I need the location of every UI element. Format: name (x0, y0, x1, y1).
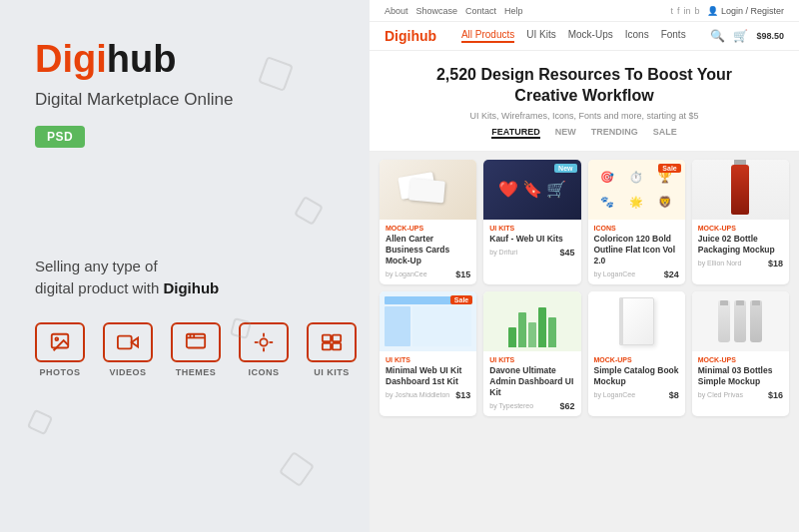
nav-mockups[interactable]: Mock-Ups (568, 29, 613, 43)
product-category: UI KITS (489, 356, 574, 363)
product-category: MOCK-UPS (698, 356, 783, 363)
product-info: UI KITS Davone Ultimate Admin Dashboard … (483, 351, 580, 416)
product-card[interactable]: 🎯⏱️🏆 🐾🌟🦁 Sale ICONS Coloricon 120 Bold O… (588, 160, 685, 284)
videos-icon-item[interactable]: VIDEOS (103, 322, 153, 377)
hero-title: 2,520 Design Resources To Boost Your Cre… (385, 65, 784, 107)
product-card[interactable]: MOCK-UPS Juice 02 Bottle Packaging Mocku… (692, 160, 789, 284)
product-footer: by LoganCee $8 (594, 390, 679, 400)
product-thumb: ❤️ 🔖 🛒 New (483, 160, 580, 220)
nav-ui-kits[interactable]: UI Kits (526, 29, 555, 43)
themes-icon-box (171, 322, 221, 362)
photos-icon-item[interactable]: PHOTOS (35, 322, 85, 377)
product-author: by Joshua Middleton (386, 391, 449, 398)
nav-icons[interactable]: Icons (625, 29, 649, 43)
themes-label: THEMES (176, 367, 217, 377)
deco-shape-4 (27, 409, 54, 436)
left-panel: Digihub Digital Marketplace Online PSD S… (0, 0, 370, 532)
hero-section: 2,520 Design Resources To Boost Your Cre… (370, 51, 799, 152)
svg-rect-13 (323, 334, 331, 340)
svg-rect-0 (52, 334, 69, 348)
svg-rect-15 (323, 343, 331, 349)
nav-all-products[interactable]: All Products (461, 29, 514, 43)
tab-trending[interactable]: TRENDING (591, 127, 638, 139)
product-card[interactable]: MOCK-UPS Allen Carter Business Cards Moc… (380, 160, 476, 284)
behance-icon: b (694, 6, 699, 16)
tab-featured[interactable]: FEATURED (491, 127, 539, 139)
social-icons: t f in b (670, 6, 699, 16)
product-thumb (483, 291, 580, 351)
about-link[interactable]: About (385, 6, 408, 16)
product-info: MOCK-UPS Juice 02 Bottle Packaging Mocku… (692, 220, 789, 273)
products-grid: MOCK-UPS Allen Carter Business Cards Moc… (380, 160, 789, 416)
product-info: UI KITS Minimal Web UI Kit Dashboard 1st… (380, 351, 476, 405)
product-footer: by Drifuri $45 (489, 248, 574, 258)
product-category: MOCK-UPS (386, 225, 470, 232)
product-price: $8 (669, 390, 679, 400)
badge-sale: Sale (450, 295, 472, 304)
filter-tabs: FEATURED NEW TRENDING SALE (385, 127, 784, 139)
product-card[interactable]: MOCK-UPS Minimal 03 Bottles Simple Mocku… (692, 291, 789, 416)
product-category: UI KITS (489, 225, 574, 232)
cart-icon[interactable]: 🛒 (733, 29, 748, 43)
product-card[interactable]: Sale UI KITS Minimal Web UI Kit Dashboar… (380, 291, 476, 416)
product-footer: by LoganCee $24 (594, 269, 679, 279)
top-bar-right: t f in b 👤 Login / Register (670, 6, 784, 16)
product-author: by LoganCee (594, 270, 636, 277)
product-price: $16 (768, 390, 783, 400)
search-icon[interactable]: 🔍 (710, 29, 725, 43)
product-footer: by Cled Privas $16 (698, 390, 783, 400)
svg-rect-4 (187, 334, 205, 348)
product-card[interactable]: UI KITS Davone Ultimate Admin Dashboard … (483, 291, 580, 416)
product-footer: by Ellion Nord $18 (698, 259, 783, 268)
facebook-icon: f (677, 6, 680, 16)
product-price: $15 (455, 269, 470, 279)
showcase-link[interactable]: Showcase (416, 6, 458, 16)
login-register-link[interactable]: 👤 Login / Register (707, 6, 784, 16)
videos-icon-box (103, 322, 153, 362)
product-info: MOCK-UPS Simple Catalog Book Mockup by L… (588, 351, 685, 405)
product-thumb: 🎯⏱️🏆 🐾🌟🦁 Sale (588, 160, 685, 220)
top-bar: About Showcase Contact Help t f in b 👤 L… (370, 0, 799, 22)
photos-icon-box (35, 322, 85, 362)
product-info: MOCK-UPS Allen Carter Business Cards Moc… (380, 220, 476, 284)
nav-logo-suffix: hub (410, 28, 436, 44)
logo-prefix: Digi (35, 38, 107, 80)
product-footer: by LoganCee $15 (386, 269, 470, 279)
contact-link[interactable]: Contact (465, 6, 496, 16)
main-nav: Digihub All Products UI Kits Mock-Ups Ic… (370, 22, 799, 51)
hero-subtitle: UI Kits, Wireframes, Icons, Fonts and mo… (385, 111, 784, 121)
svg-rect-3 (118, 335, 132, 348)
help-link[interactable]: Help (504, 6, 523, 16)
nav-right: 🔍 🛒 $98.50 (710, 29, 784, 43)
twitter-icon: t (670, 6, 673, 16)
svg-marker-2 (132, 337, 138, 346)
uikits-label: UI KITS (314, 367, 350, 377)
product-name: Simple Catalog Book Mockup (594, 365, 679, 387)
selling-text: Selling any type of digital product with… (35, 256, 335, 300)
product-info: MOCK-UPS Minimal 03 Bottles Simple Mocku… (692, 351, 789, 405)
product-footer: by Joshua Middleton $13 (386, 390, 470, 400)
product-name: Minimal 03 Bottles Simple Mockup (698, 365, 783, 387)
svg-rect-14 (333, 334, 341, 340)
product-category: UI KITS (386, 356, 470, 363)
top-bar-links: About Showcase Contact Help (385, 6, 523, 16)
videos-label: VIDEOS (109, 367, 146, 377)
product-author: by LoganCee (594, 391, 636, 398)
product-card[interactable]: ❤️ 🔖 🛒 New UI KITS Kauf - Web UI Kits by… (483, 160, 580, 284)
product-category: MOCK-UPS (698, 225, 783, 232)
product-price: $45 (559, 248, 574, 258)
product-price: $18 (768, 259, 783, 268)
product-thumb (380, 160, 476, 220)
nav-fonts[interactable]: Fonts (661, 29, 686, 43)
product-name: Minimal Web UI Kit Dashboard 1st Kit (386, 365, 470, 387)
uikits-icon-item[interactable]: UI KITS (307, 322, 357, 377)
tab-sale[interactable]: SALE (653, 127, 677, 139)
nav-links: All Products UI Kits Mock-Ups Icons Font… (461, 29, 686, 43)
themes-icon-item[interactable]: THEMES (171, 322, 221, 377)
product-name: Coloricon 120 Bold Outline Flat Icon Vol… (594, 234, 679, 266)
product-author: by LoganCee (386, 270, 427, 277)
product-name: Davone Ultimate Admin Dashboard UI Kit (489, 365, 574, 398)
tagline: Digital Marketplace Online (35, 88, 335, 112)
tab-new[interactable]: NEW (555, 127, 576, 139)
product-card[interactable]: MOCK-UPS Simple Catalog Book Mockup by L… (588, 291, 685, 416)
